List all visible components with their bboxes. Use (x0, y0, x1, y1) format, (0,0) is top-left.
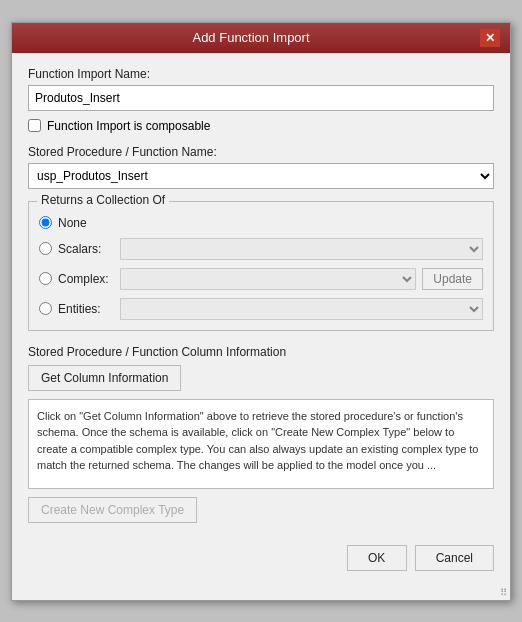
radio-entities[interactable] (39, 302, 52, 315)
composable-label[interactable]: Function Import is composable (47, 119, 210, 133)
info-box: Click on "Get Column Information" above … (28, 399, 494, 489)
get-column-info-button[interactable]: Get Column Information (28, 365, 181, 391)
radio-row-scalars: Scalars: (39, 238, 483, 260)
col-info-section: Stored Procedure / Function Column Infor… (28, 345, 494, 523)
function-import-name-input[interactable] (28, 85, 494, 111)
composable-row: Function Import is composable (28, 119, 494, 133)
composable-checkbox[interactable] (28, 119, 41, 132)
radio-complex-label[interactable]: Complex: (58, 272, 114, 286)
radio-none[interactable] (39, 216, 52, 229)
update-button[interactable]: Update (422, 268, 483, 290)
radio-row-complex: Complex: Update (39, 268, 483, 290)
entities-select[interactable] (120, 298, 483, 320)
function-import-name-label: Function Import Name: (28, 67, 494, 81)
radio-scalars-label[interactable]: Scalars: (58, 242, 114, 256)
scalars-select[interactable] (120, 238, 483, 260)
radio-none-label[interactable]: None (58, 216, 114, 230)
close-button[interactable]: ✕ (480, 29, 500, 47)
dialog: Add Function Import ✕ Function Import Na… (11, 22, 511, 601)
cancel-button[interactable]: Cancel (415, 545, 494, 571)
stored-proc-label: Stored Procedure / Function Name: (28, 145, 494, 159)
ok-button[interactable]: OK (347, 545, 407, 571)
stored-proc-select[interactable]: usp_Produtos_Insert (28, 163, 494, 189)
returns-group: Returns a Collection Of None Scalars: Co… (28, 201, 494, 331)
radio-complex[interactable] (39, 272, 52, 285)
radio-row-entities: Entities: (39, 298, 483, 320)
create-new-complex-type-button[interactable]: Create New Complex Type (28, 497, 197, 523)
col-info-label: Stored Procedure / Function Column Infor… (28, 345, 494, 359)
title-bar: Add Function Import ✕ (12, 23, 510, 53)
dialog-body: Function Import Name: Function Import is… (12, 53, 510, 535)
resize-handle: ⠿ (12, 585, 510, 600)
dialog-title: Add Function Import (22, 30, 480, 45)
radio-scalars[interactable] (39, 242, 52, 255)
dialog-footer: OK Cancel (12, 535, 510, 585)
radio-entities-label[interactable]: Entities: (58, 302, 114, 316)
returns-group-legend: Returns a Collection Of (37, 193, 169, 207)
complex-select[interactable] (120, 268, 416, 290)
radio-row-none: None (39, 216, 483, 230)
resize-dots-icon: ⠿ (500, 587, 506, 598)
